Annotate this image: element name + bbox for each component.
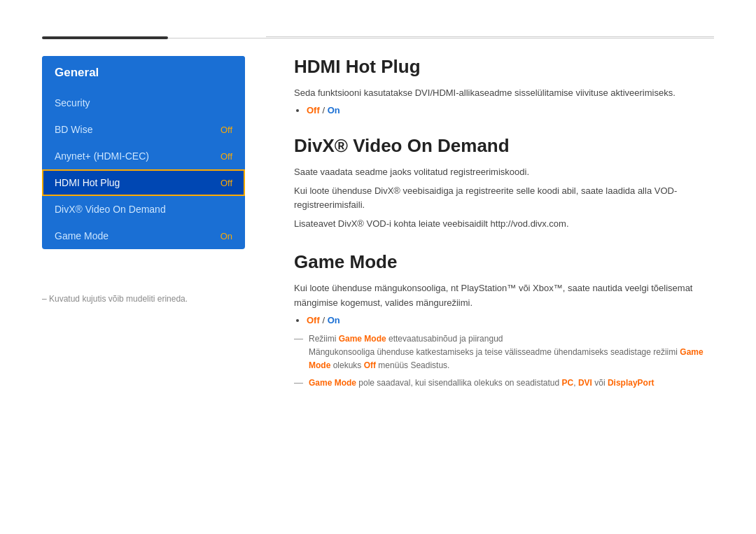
footer-note: – Kuvatud kujutis võib mudeliti erineda.	[42, 294, 188, 304]
section-desc-divx1: Saate vaadata seadme jaoks volitatud reg…	[294, 165, 714, 180]
sidebar-item-label: HDMI Hot Plug	[55, 177, 120, 188]
sidebar-item-value: Off	[220, 151, 232, 162]
hdmi-bullet-item: Off / On	[307, 105, 714, 115]
sidebar: General Security BD Wise Off Anynet+ (HD…	[42, 56, 245, 249]
section-desc-game-mode: Kui loote ühenduse mängukonsooliga, nt P…	[294, 281, 714, 311]
off-label: Off	[307, 105, 320, 115]
game-mode-keyword1: Game Mode	[339, 334, 386, 344]
game-mode-bullet-item: Off / On	[307, 315, 714, 325]
on-label: On	[328, 105, 340, 115]
sidebar-item-anynet[interactable]: Anynet+ (HDMI-CEC) Off	[42, 143, 245, 169]
sidebar-item-hdmi-hot-plug[interactable]: HDMI Hot Plug Off	[42, 169, 245, 196]
off-keyword: Off	[364, 360, 376, 370]
sidebar-item-label: BD Wise	[55, 124, 92, 135]
main-content: HDMI Hot Plug Seda funktsiooni kasutatak…	[294, 56, 714, 492]
section-divx: DivX® Video On Demand Saate vaadata sead…	[294, 135, 714, 232]
game-mode-note2-line: — Game Mode pole saadaval, kui sisendall…	[294, 377, 714, 390]
note-dash-2: —	[294, 377, 303, 388]
game-on-label: On	[328, 315, 340, 325]
sidebar-item-divx[interactable]: DivX® Video On Demand	[42, 196, 245, 223]
sidebar-header: General	[42, 56, 245, 90]
game-mode-note1-line: — Režiimi Game Mode ettevaatusabinõud ja…	[294, 332, 714, 373]
section-hdmi-hot-plug: HDMI Hot Plug Seda funktsiooni kasutatak…	[294, 56, 714, 115]
hdmi-bullet-list: Off / On	[307, 105, 714, 115]
sidebar-item-label: Anynet+ (HDMI-CEC)	[55, 150, 149, 162]
sidebar-item-label: Security	[55, 97, 90, 108]
game-slash: /	[320, 315, 328, 325]
section-title-hdmi: HDMI Hot Plug	[294, 56, 714, 78]
game-mode-keyword3: Game Mode	[309, 378, 356, 388]
sidebar-item-label: Game Mode	[55, 230, 108, 241]
progress-filled	[42, 36, 168, 39]
sidebar-item-value: On	[220, 231, 232, 241]
note-text-1: Režiimi Game Mode ettevaatusabinõud ja p…	[309, 332, 714, 373]
sidebar-item-label: DivX® Video On Demand	[55, 204, 166, 215]
sidebar-item-value: Off	[220, 125, 232, 135]
section-desc-divx3: Lisateavet DivX® VOD-i kohta leiate veeb…	[294, 217, 714, 232]
top-divider	[266, 36, 714, 37]
game-mode-bullet-list: Off / On	[307, 315, 714, 325]
displayport-text: DisplayPort	[608, 378, 654, 388]
game-off-label: Off	[307, 315, 320, 325]
section-desc-hdmi: Seda funktsiooni kasutatakse DVI/HDMI-al…	[294, 86, 714, 101]
section-title-game-mode: Game Mode	[294, 251, 714, 273]
dvi-text: DVI	[578, 378, 592, 388]
pc-text: PC	[562, 378, 574, 388]
section-desc-divx2: Kui loote ühenduse DivX® veebisaidiga ja…	[294, 184, 714, 213]
slash: /	[320, 105, 328, 115]
sidebar-item-bd-wise[interactable]: BD Wise Off	[42, 116, 245, 143]
sidebar-item-game-mode[interactable]: Game Mode On	[42, 223, 245, 249]
sidebar-item-value: Off	[220, 178, 232, 188]
note-text-2: Game Mode pole saadaval, kui sisendallik…	[309, 377, 654, 390]
sidebar-item-security[interactable]: Security	[42, 90, 245, 116]
note-dash-1: —	[294, 333, 303, 344]
section-title-divx: DivX® Video On Demand	[294, 135, 714, 157]
progress-empty	[168, 38, 714, 38]
section-game-mode: Game Mode Kui loote ühenduse mängukonsoo…	[294, 251, 714, 390]
